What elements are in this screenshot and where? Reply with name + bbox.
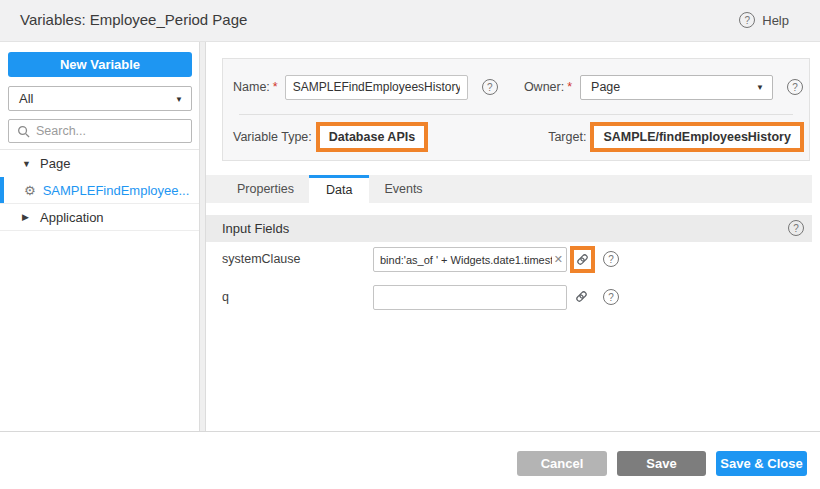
owner-select[interactable]: Page ▼ — [580, 75, 773, 100]
q-help-icon[interactable]: ? — [603, 289, 619, 305]
variables-tree: ▼ Page ⚙ SAMPLEFindEmployee... ▶ Applica… — [0, 149, 199, 231]
systemclause-label: systemClause — [222, 246, 301, 273]
help-label: Help — [762, 13, 789, 28]
required-marker: * — [273, 80, 278, 94]
variable-filter-select[interactable]: All ▼ — [8, 86, 192, 111]
tree-group-application[interactable]: ▶ Application — [0, 204, 199, 231]
q-field[interactable] — [373, 285, 567, 310]
tree-item-variable[interactable]: ⚙ SAMPLEFindEmployee... — [0, 177, 199, 204]
tab-events[interactable]: Events — [369, 175, 437, 203]
input-fields-header: Input Fields ? — [206, 215, 812, 242]
tree-group-application-label: Application — [40, 210, 104, 225]
tree-item-variable-label: SAMPLEFindEmployee... — [43, 183, 190, 198]
input-fields-title: Input Fields — [222, 215, 289, 242]
systemclause-field[interactable]: ✕ — [373, 247, 567, 272]
input-fields-help-icon[interactable]: ? — [788, 220, 804, 236]
variable-filter-value: All — [19, 91, 33, 106]
action-footer: Cancel Save Save & Close — [0, 431, 820, 489]
detail-tabbar: Properties Data Events — [206, 175, 812, 203]
owner-help-icon[interactable]: ? — [787, 79, 803, 95]
help-icon: ? — [739, 12, 755, 28]
q-input[interactable] — [380, 292, 563, 304]
clear-icon[interactable]: ✕ — [552, 253, 563, 266]
panel-divider — [239, 114, 793, 115]
save-and-close-button[interactable]: Save & Close — [716, 451, 807, 476]
search-input[interactable] — [36, 124, 185, 138]
target-label: Target: — [548, 130, 586, 144]
search-icon — [17, 125, 30, 138]
systemclause-input[interactable] — [380, 254, 552, 266]
save-button[interactable]: Save — [617, 451, 706, 476]
q-label: q — [222, 284, 229, 311]
caret-down-icon[interactable]: ▼ — [22, 159, 31, 169]
caret-right-icon[interactable]: ▶ — [22, 212, 31, 222]
tab-properties[interactable]: Properties — [222, 175, 309, 203]
caret-down-icon: ▼ — [756, 83, 764, 92]
name-owner-row: Name:* ? Owner:* Page ▼ ? — [233, 74, 803, 100]
variable-summary-panel: Name:* ? Owner:* Page ▼ ? Variable Type:… — [222, 58, 810, 161]
selection-indicator — [0, 177, 4, 203]
input-field-row-systemclause: systemClause ✕ ? — [206, 246, 812, 273]
input-field-row-q: q ? — [206, 284, 812, 311]
page-title: Variables: Employee_Period Page — [20, 11, 247, 28]
owner-value: Page — [591, 80, 620, 94]
variable-type-value-highlighted: Database APIs — [316, 122, 428, 152]
gear-icon: ⚙ — [24, 184, 36, 197]
sidebar-divider — [199, 42, 206, 431]
new-variable-button[interactable]: New Variable — [8, 52, 192, 77]
tree-group-page-label: Page — [40, 156, 70, 171]
q-bind-button[interactable] — [575, 290, 588, 303]
link-icon — [575, 290, 588, 303]
systemclause-bind-button-highlighted[interactable] — [570, 246, 595, 273]
tree-group-page[interactable]: ▼ Page — [0, 150, 199, 177]
name-label: Name:* — [233, 80, 278, 94]
caret-down-icon: ▼ — [175, 94, 183, 103]
variable-search[interactable] — [8, 119, 192, 143]
name-input[interactable] — [285, 75, 468, 100]
variable-type-label: Variable Type: — [233, 130, 312, 144]
variable-detail-panel: Name:* ? Owner:* Page ▼ ? Variable Type:… — [206, 42, 820, 431]
help-link[interactable]: ? Help — [739, 12, 789, 28]
title-bar: Variables: Employee_Period Page ? Help — [0, 0, 820, 42]
variables-sidebar: New Variable All ▼ ▼ Page ⚙ SAMPLEFindEm… — [0, 42, 199, 431]
required-marker: * — [567, 80, 572, 94]
type-target-row: Variable Type: Database APIs Target: SAM… — [233, 119, 803, 155]
cancel-button[interactable]: Cancel — [517, 451, 607, 476]
target-value-highlighted: SAMPLE/findEmployeesHistory — [590, 122, 804, 152]
link-icon — [576, 253, 589, 266]
name-help-icon[interactable]: ? — [482, 79, 498, 95]
owner-label: Owner:* — [524, 80, 572, 94]
tab-data[interactable]: Data — [309, 175, 369, 203]
systemclause-help-icon[interactable]: ? — [603, 251, 619, 267]
